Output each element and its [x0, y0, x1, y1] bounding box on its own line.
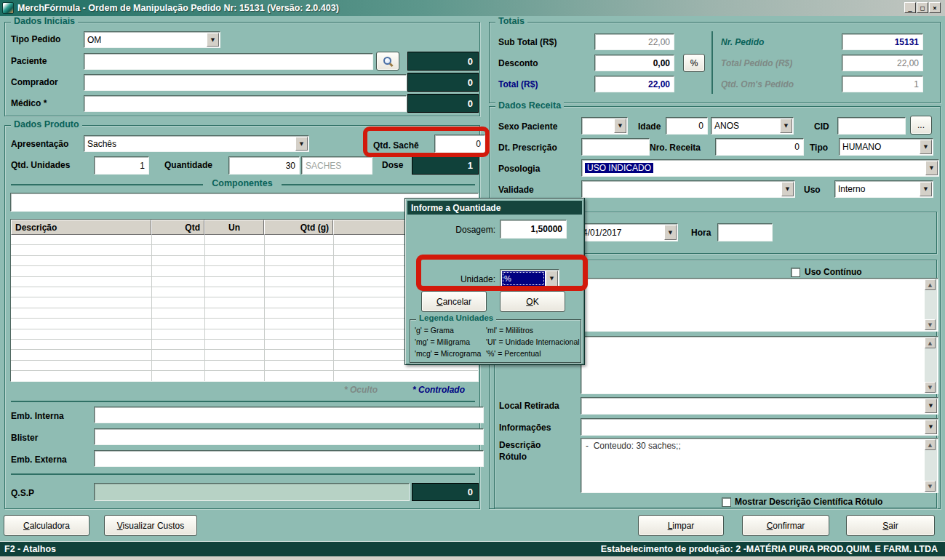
scrollbar[interactable]: ▲ ▼ — [925, 439, 937, 492]
sair-button[interactable]: Sair — [846, 515, 935, 536]
subtotal-label: Sub Total (R$) — [498, 37, 557, 47]
dt-prescricao-input[interactable] — [581, 138, 650, 156]
unidade-combo[interactable]: % ▼ — [500, 269, 559, 288]
uso-combo[interactable]: Interno ▼ — [834, 180, 933, 198]
chevron-down-icon[interactable]: ▼ — [781, 182, 794, 196]
chevron-down-icon[interactable]: ▼ — [925, 161, 938, 175]
legend-item: 'UI' = Unidade Internacional — [486, 337, 580, 346]
totais-divider — [711, 31, 713, 94]
idade-input[interactable]: 0 — [666, 117, 708, 135]
scroll-up-icon[interactable]: ▲ — [925, 279, 936, 290]
unidade-value: % — [502, 271, 545, 286]
chevron-down-icon[interactable]: ▼ — [780, 119, 792, 133]
data-combo[interactable]: 4/01/2017 ▼ — [579, 223, 678, 241]
medico-label: Médico * — [11, 98, 47, 108]
quantidade-input[interactable]: 30 — [228, 156, 300, 175]
qtd-unidades-input[interactable]: 1 — [94, 156, 149, 175]
chevron-down-icon[interactable]: ▼ — [925, 399, 937, 413]
blister-label: Blister — [11, 433, 38, 443]
paciente-input[interactable] — [84, 53, 373, 70]
descricao-rotulo-textarea[interactable]: - Conteudo: 30 saches;; ▲ ▼ — [581, 438, 938, 493]
chevron-down-icon[interactable]: ▼ — [925, 420, 937, 434]
emb-externa-label: Emb. Externa — [11, 455, 67, 465]
validade-combo[interactable]: ▼ — [581, 180, 795, 198]
chevron-down-icon[interactable]: ▼ — [207, 33, 219, 47]
mostrar-descricao-label: Mostrar Descrição Científica Rótulo — [735, 497, 882, 507]
close-icon[interactable]: × — [929, 2, 941, 13]
apresentacao-combo[interactable]: Sachês ▼ — [84, 135, 309, 152]
posologia-textarea[interactable]: ▲ ▼ — [581, 278, 938, 332]
cid-more-button[interactable]: ... — [910, 116, 932, 135]
chevron-down-icon[interactable]: ▼ — [614, 119, 626, 133]
local-retirada-combo[interactable]: ▼ — [581, 397, 938, 415]
tipo-combo[interactable]: HUMANO ▼ — [839, 138, 933, 156]
paciente-search-button[interactable] — [376, 52, 399, 71]
legend-item: 'mg' = Miligrama — [415, 337, 470, 346]
scroll-up-icon[interactable]: ▲ — [925, 337, 936, 348]
ok-button[interactable]: OK — [500, 291, 565, 312]
mostrar-descricao-checkbox[interactable] — [722, 497, 731, 507]
desconto-label: Desconto — [498, 58, 538, 68]
chevron-down-icon[interactable]: ▼ — [546, 271, 558, 287]
idade-unidade-value: ANOS — [714, 121, 739, 131]
comprador-label: Comprador — [11, 77, 58, 87]
nro-receita-label: Nro. Receita — [650, 143, 701, 153]
scroll-down-icon[interactable]: ▼ — [925, 382, 936, 393]
percent-button[interactable]: % — [683, 54, 705, 72]
chevron-down-icon[interactable]: ▼ — [664, 225, 677, 240]
desconto-field[interactable]: 0,00 — [594, 55, 674, 71]
descricao-rotulo-label: Descrição Rótulo — [499, 439, 566, 463]
scroll-down-icon[interactable]: ▼ — [925, 319, 936, 330]
posologia-value: USO INDICADO — [585, 163, 653, 173]
cancelar-button[interactable]: Cancelar — [421, 291, 487, 312]
idade-unidade-combo[interactable]: ANOS ▼ — [711, 117, 794, 135]
sexo-combo[interactable]: ▼ — [581, 117, 628, 135]
maximize-icon[interactable]: □ — [917, 2, 928, 13]
chevron-down-icon[interactable]: ▼ — [920, 140, 932, 154]
nr-pedido-label: Nr. Pedido — [721, 37, 764, 47]
visualizar-custos-button[interactable]: Visualizar Custos — [104, 515, 197, 536]
chevron-down-icon[interactable]: ▼ — [295, 137, 308, 151]
medico-input[interactable] — [84, 95, 407, 112]
scroll-down-icon[interactable]: ▼ — [925, 481, 936, 492]
minimize-icon[interactable]: _ — [904, 2, 916, 13]
paciente-label: Paciente — [11, 56, 47, 66]
emb-interna-input[interactable] — [94, 407, 484, 423]
cid-input[interactable] — [837, 117, 906, 135]
comprador-input[interactable] — [84, 74, 407, 91]
scrollbar[interactable]: ▲ ▼ — [925, 279, 937, 330]
tipo-pedido-label: Tipo Pedido — [11, 34, 60, 44]
title-bar[interactable]: MerchFórmula - Ordem de Manipulação Pedi… — [0, 0, 945, 16]
dialog-title-bar[interactable]: Informe a Quantidade — [407, 201, 582, 215]
emb-externa-input[interactable] — [94, 450, 484, 467]
dialog-informe-quantidade: Informe a Quantidade Dosagem: 1,50000 Un… — [404, 198, 585, 365]
group-totais: Totais Sub Total (R$) 22,00 Desconto 0,0… — [489, 22, 941, 103]
blister-input[interactable] — [94, 428, 484, 445]
button-label: OK — [526, 297, 538, 307]
apresentacao-value: Sachês — [87, 139, 116, 149]
scrollbar[interactable]: ▲ ▼ — [925, 337, 937, 393]
confirmar-button[interactable]: Confirmar — [742, 515, 829, 536]
informacoes-combo[interactable]: ▼ — [581, 418, 938, 436]
legend-item: 'ml' = Mililitros — [486, 326, 533, 335]
tipo-pedido-combo[interactable]: OM ▼ — [84, 31, 220, 48]
chevron-down-icon[interactable]: ▼ — [920, 182, 932, 196]
medico-count: 0 — [407, 94, 479, 113]
limpar-button[interactable]: Limpar — [638, 515, 724, 536]
scroll-up-icon[interactable]: ▲ — [925, 439, 936, 450]
nr-pedido-field: 15131 — [842, 33, 923, 50]
col-qtd-g: Qtd (g) — [264, 220, 333, 235]
button-label: Limpar — [668, 521, 695, 531]
nro-receita-input[interactable]: 0 — [715, 138, 804, 156]
posologia-combo[interactable]: USO INDICADO ▼ — [581, 159, 939, 177]
calculadora-button[interactable]: Calculadora — [4, 515, 89, 536]
dosagem-input[interactable]: 1,50000 — [500, 220, 567, 239]
grid-colline — [204, 235, 205, 381]
uso-continuo-checkbox[interactable] — [791, 268, 800, 277]
hora-input[interactable] — [717, 223, 773, 241]
legenda-caption: Legenda Unidades — [416, 313, 496, 322]
qtd-sache-input[interactable]: 0 — [434, 135, 485, 153]
status-bar: F2 - Atalhos Estabelecimento de produção… — [0, 541, 945, 556]
observacoes-textarea[interactable]: ▲ ▼ — [581, 336, 938, 394]
tipo-value: HUMANO — [842, 142, 881, 152]
